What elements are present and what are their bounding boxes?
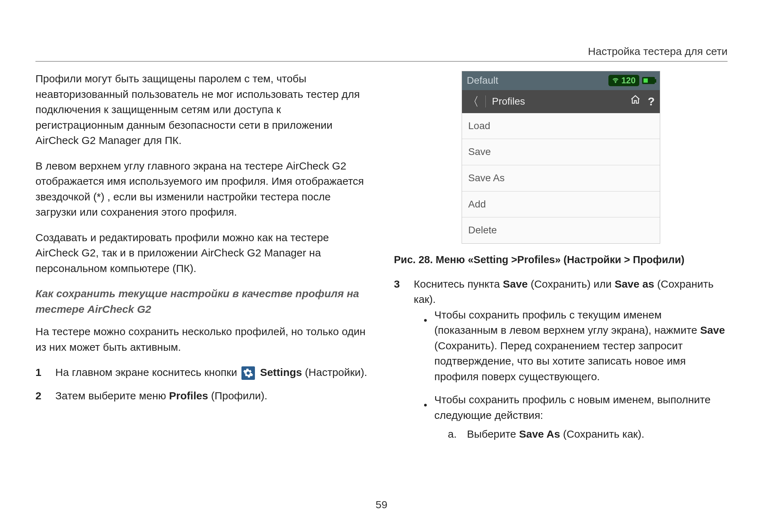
bullet-icon — [424, 312, 428, 384]
battery-icon — [642, 77, 655, 84]
step-number: 2 — [35, 388, 45, 404]
section-header: Настройка тестера для сети — [588, 45, 728, 57]
text: (Профили). — [208, 390, 267, 401]
signal-value: 120 — [621, 74, 635, 87]
figure-caption: Рис. 28. Меню «Setting >Profiles» (Настр… — [394, 252, 728, 267]
paragraph: Создавать и редактировать профили можно … — [35, 230, 369, 276]
device-menu-item-saveas: Save As — [462, 165, 660, 192]
step-body: Затем выберите меню Profiles (Профили). — [55, 388, 369, 404]
svg-point-0 — [615, 82, 616, 83]
device-navbar: 〈 Profiles ? — [462, 90, 660, 113]
paragraph: Профили могут быть защищены паролем с те… — [35, 71, 369, 148]
text: Выберите — [467, 428, 519, 440]
step-item: 1 На главном экране коснитесь кнопки Set… — [35, 365, 369, 380]
save-label: Save — [700, 324, 725, 336]
bullet-icon — [424, 397, 428, 442]
step-number: 3 — [394, 276, 403, 450]
step-body: Коснитесь пункта Save (Сохранить) или Sa… — [414, 276, 728, 450]
bullet-item: Чтобы сохранить профиль с текущим именем… — [424, 307, 728, 384]
subheading: Как сохранить текущие настройки в качест… — [35, 286, 369, 317]
step-item: 2 Затем выберите меню Profiles (Профили)… — [35, 388, 369, 404]
bullet-item: Чтобы сохранить профиль с новым именем, … — [424, 392, 728, 442]
back-chevron-icon: 〈 — [467, 93, 479, 110]
step-item: 3 Коснитесь пункта Save (Сохранить) или … — [394, 276, 728, 450]
step-number: 1 — [35, 365, 45, 380]
step-body: На главном экране коснитесь кнопки Setti… — [55, 365, 369, 380]
saveas-label: Save As — [519, 428, 560, 440]
gear-icon — [241, 366, 255, 380]
paragraph: В левом верхнем углу главного экрана на … — [35, 158, 369, 220]
paragraph: На тестере можно сохранить несколько про… — [35, 324, 369, 355]
text: Чтобы сохранить профиль с новым именем, … — [434, 394, 711, 421]
text: Затем выберите меню — [55, 390, 169, 401]
device-menu-item-save: Save — [462, 139, 660, 165]
save-label: Save — [503, 278, 528, 290]
text: (Сохранить как). — [560, 428, 645, 440]
header-divider — [35, 61, 728, 62]
device-statusbar: Default 120 — [462, 71, 660, 90]
device-menu-item-load: Load — [462, 113, 660, 139]
text: Чтобы сохранить профиль с текущим именем… — [434, 309, 700, 336]
help-icon: ? — [648, 93, 655, 110]
text: На главном экране коснитесь кнопки — [55, 366, 240, 378]
device-screen-title: Profiles — [492, 94, 525, 109]
nav-separator — [485, 95, 486, 107]
text: (Сохранить) или — [528, 278, 614, 290]
sublist-marker: a. — [448, 426, 458, 442]
sublist-item: a. Выберите Save As (Сохранить как). — [448, 426, 728, 442]
device-profile-name: Default — [467, 73, 499, 88]
saveas-label: Save as — [614, 278, 654, 290]
text: (Настройки). — [302, 366, 367, 378]
text: Коснитесь пункта — [414, 278, 503, 290]
page-number: 59 — [0, 499, 763, 511]
home-icon — [630, 94, 641, 109]
device-screenshot: Default 120 〈 Profiles — [462, 71, 660, 244]
profiles-label: Profiles — [169, 390, 208, 401]
text: (Сохранить). Перед сохранением тестер за… — [434, 340, 686, 382]
device-menu-item-delete: Delete — [462, 217, 660, 243]
wifi-signal-pill: 120 — [608, 75, 639, 86]
device-menu-item-add: Add — [462, 192, 660, 218]
left-column: Профили могут быть защищены паролем с те… — [35, 71, 369, 458]
right-column: Default 120 〈 Profiles — [394, 71, 728, 458]
settings-label: Settings — [260, 366, 302, 378]
